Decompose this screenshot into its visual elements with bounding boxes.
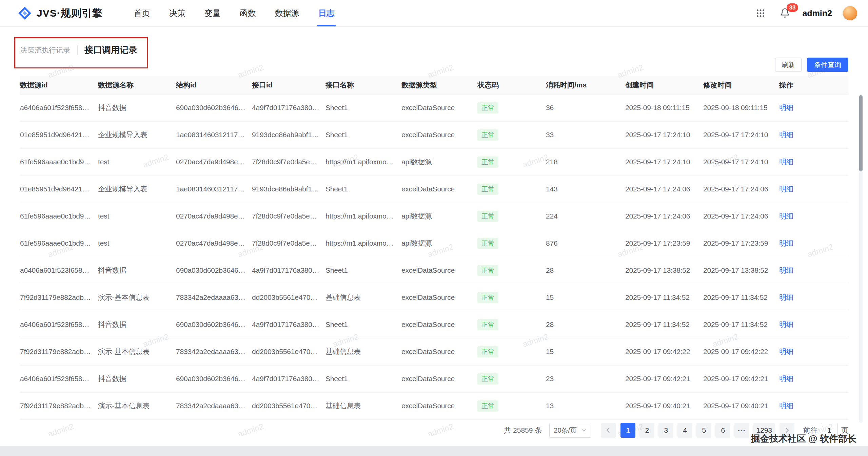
- cell-created: 2025-09-17 09:42:22: [625, 338, 703, 365]
- cell-action: 明细: [779, 203, 848, 230]
- page-button[interactable]: 5: [696, 423, 711, 438]
- page-size-select[interactable]: 20条/页: [549, 423, 591, 438]
- status-badge: 正常: [477, 157, 498, 168]
- brand-title: JVS·规则引擎: [37, 6, 103, 20]
- cell-struct_id: 690a030d602b36464c2c...: [176, 365, 252, 392]
- nav-item[interactable]: 变量: [195, 0, 230, 26]
- tab-api-call-records[interactable]: 接口调用记录: [84, 44, 137, 56]
- status-badge: 正常: [477, 102, 498, 113]
- cell-modified: 2025-09-17 17:24:10: [703, 148, 779, 175]
- cell-modified: 2025-09-17 17:24:06: [703, 203, 779, 230]
- cell-ds_id: 7f92d31179e882adb1397...: [20, 392, 98, 419]
- page-button[interactable]: 3: [658, 423, 673, 438]
- status-badge: 正常: [477, 238, 498, 249]
- more-pages-button[interactable]: •••: [734, 423, 749, 438]
- detail-link[interactable]: 明细: [779, 293, 793, 301]
- status-badge: 正常: [477, 400, 498, 412]
- page-button[interactable]: 4: [677, 423, 692, 438]
- cell-created: 2025-09-17 17:23:59: [625, 230, 703, 257]
- refresh-button[interactable]: 刷新: [775, 58, 802, 72]
- cell-action: 明细: [779, 284, 848, 311]
- scrollbar-thumb[interactable]: [859, 95, 863, 171]
- tab-divider: [77, 45, 78, 55]
- page-button[interactable]: 1: [620, 423, 635, 438]
- cell-created: 2025-09-17 11:34:52: [625, 311, 703, 338]
- cell-created: 2025-09-17 17:24:10: [625, 148, 703, 175]
- cell-api_id: 4a9f7d017176a3806841...: [252, 94, 326, 121]
- cell-api_id: dd2003b5561e4701a26...: [252, 392, 326, 419]
- detail-link[interactable]: 明细: [779, 375, 793, 382]
- cell-elapsed: 36: [546, 94, 625, 121]
- nav-item[interactable]: 首页: [124, 0, 160, 26]
- cell-created: 2025-09-17 17:24:06: [625, 175, 703, 203]
- cell-struct_id: 0270ac47da9d498e8c4e...: [176, 203, 252, 230]
- cell-action: 明细: [779, 311, 848, 338]
- detail-link[interactable]: 明细: [779, 320, 793, 328]
- cell-action: 明细: [779, 338, 848, 365]
- column-header: 状态码: [477, 76, 546, 94]
- cell-modified: 2025-09-17 13:38:52: [703, 257, 779, 284]
- detail-link[interactable]: 明细: [779, 104, 793, 111]
- nav-menu: 首页决策变量函数数据源日志: [124, 0, 344, 26]
- cell-api_id: dd2003b5561e4701a26...: [252, 284, 326, 311]
- cell-action: 明细: [779, 392, 848, 419]
- apps-grid-icon[interactable]: [753, 6, 768, 20]
- username[interactable]: admin2: [802, 8, 832, 18]
- nav-item[interactable]: 数据源: [265, 0, 309, 26]
- cell-api_name: https://m1.apifoxmock.co...: [326, 230, 401, 257]
- nav-item[interactable]: 决策: [160, 0, 195, 26]
- table-row: 61fe596aaae0c1bd9c299...test0270ac47da9d…: [20, 203, 848, 230]
- prev-page-button[interactable]: [601, 423, 616, 438]
- table-row: a6406a601f523f6580b6b...抖音数据690a030d602b…: [20, 257, 848, 284]
- cell-elapsed: 224: [546, 203, 625, 230]
- page-button[interactable]: 2: [639, 423, 654, 438]
- page-button[interactable]: 6: [715, 423, 730, 438]
- cell-ds_id: 7f92d31179e882adb1397...: [20, 338, 98, 365]
- tab-decision-flow-records[interactable]: 决策流执行记录: [20, 45, 70, 55]
- cell-ds_id: 01e85951d9d964212483...: [20, 175, 98, 203]
- nav-item[interactable]: 日志: [309, 0, 344, 26]
- detail-link[interactable]: 明细: [779, 348, 793, 355]
- table-row: 61fe596aaae0c1bd9c299...test0270ac47da9d…: [20, 148, 848, 175]
- cell-modified: 2025-09-17 17:24:10: [703, 121, 779, 148]
- table-row: 7f92d31179e882adb1397...演示-基本信息表783342a2…: [20, 284, 848, 311]
- detail-link[interactable]: 明细: [779, 266, 793, 274]
- cell-status: 正常: [477, 257, 546, 284]
- detail-link[interactable]: 明细: [779, 212, 793, 220]
- cell-struct_id: 1ae0831460312117a616...: [176, 175, 252, 203]
- avatar[interactable]: [842, 5, 858, 21]
- cell-ds_type: excelDataSource: [401, 284, 477, 311]
- cell-api_name: 基础信息表: [326, 338, 401, 365]
- notification-bell-icon[interactable]: 33: [778, 6, 792, 20]
- detail-link[interactable]: 明细: [779, 402, 793, 410]
- cell-ds_name: 抖音数据: [98, 365, 176, 392]
- detail-link[interactable]: 明细: [779, 158, 793, 166]
- cell-struct_id: 783342a2edaaaa6339b...: [176, 392, 252, 419]
- detail-link[interactable]: 明细: [779, 239, 793, 247]
- cell-ds_name: 演示-基本信息表: [98, 338, 176, 365]
- column-header: 结构id: [176, 76, 252, 94]
- cell-api_name: https://m1.apifoxmock.co...: [326, 203, 401, 230]
- status-badge: 正常: [477, 211, 498, 222]
- detail-link[interactable]: 明细: [779, 131, 793, 139]
- cell-struct_id: 0270ac47da9d498e8c4e...: [176, 230, 252, 257]
- cell-ds_type: api数据源: [401, 230, 477, 257]
- cell-elapsed: 13: [546, 392, 625, 419]
- column-header: 数据源名称: [98, 76, 176, 94]
- cell-ds_type: excelDataSource: [401, 311, 477, 338]
- cell-ds_type: excelDataSource: [401, 121, 477, 148]
- detail-link[interactable]: 明细: [779, 185, 793, 193]
- cell-ds_id: 61fe596aaae0c1bd9c299...: [20, 230, 98, 257]
- cell-created: 2025-09-17 11:34:52: [625, 284, 703, 311]
- cell-api_name: Sheet1: [326, 365, 401, 392]
- main-content: 决策流执行记录 接口调用记录 刷新 条件查询 数据源id数据源名称结构id接口i…: [0, 26, 868, 446]
- nav-item[interactable]: 函数: [230, 0, 265, 26]
- cell-action: 明细: [779, 94, 848, 121]
- cell-status: 正常: [477, 148, 546, 175]
- column-header: 数据源id: [20, 76, 98, 94]
- gem-logo-icon: [18, 6, 32, 20]
- cell-api_id: 7f28d0c9f7e0da5e55e55...: [252, 203, 326, 230]
- condition-query-button[interactable]: 条件查询: [807, 58, 848, 72]
- cell-elapsed: 876: [546, 230, 625, 257]
- cell-ds_type: excelDataSource: [401, 175, 477, 203]
